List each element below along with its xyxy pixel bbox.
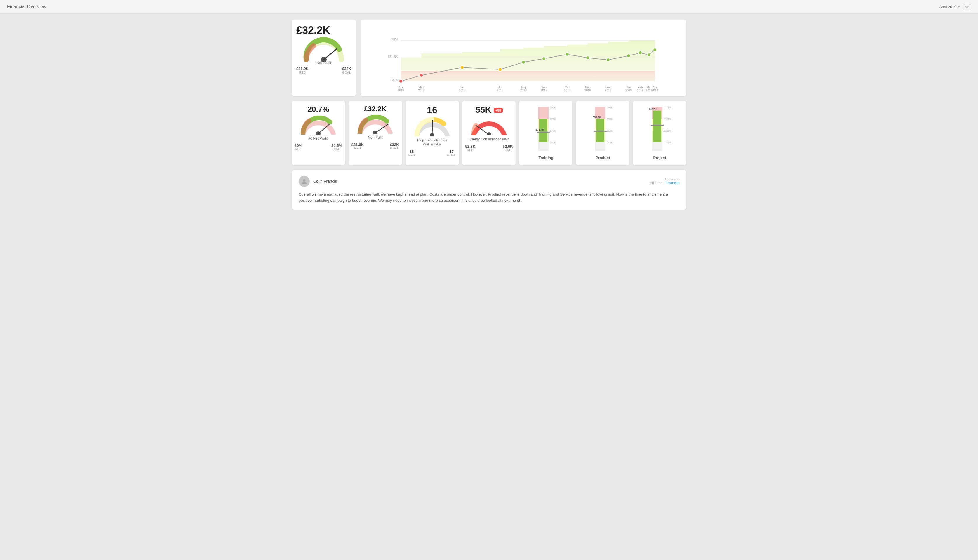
- comment-username: Colin Francis: [313, 179, 337, 183]
- svg-text:2019: 2019: [637, 89, 644, 92]
- date-label: April 2019: [939, 5, 956, 9]
- chevron-down-icon: ▾: [958, 5, 960, 9]
- training-label: Training: [539, 156, 553, 160]
- pct-net-profit-label: % Net Profit: [309, 137, 328, 140]
- svg-line-1: [324, 49, 337, 60]
- svg-rect-61: [538, 107, 548, 119]
- svg-point-20: [638, 51, 642, 55]
- svg-rect-66: [537, 132, 550, 133]
- svg-point-21: [647, 53, 651, 57]
- svg-text:£55.5K: £55.5K: [593, 116, 601, 119]
- category-link[interactable]: Financial: [665, 181, 679, 185]
- projects-value: 16: [427, 105, 437, 116]
- svg-text:£45K: £45K: [606, 141, 613, 144]
- energy-label: Energy Consumption kWh: [468, 137, 509, 141]
- product-card: £60K £55K £50K £45K £55.5K Product: [576, 101, 630, 165]
- product-bullet-svg: £60K £55K £50K £45K £55.5K: [590, 105, 616, 155]
- user-icon: [301, 178, 307, 185]
- training-card: £80K £75K £70K £65K £75.4K T: [519, 101, 573, 165]
- projects-gauge-svg: [415, 117, 450, 137]
- main-content: £32.2K Net Profit: [285, 14, 693, 215]
- code-toggle-button[interactable]: <>: [963, 3, 971, 10]
- product-label: Product: [596, 156, 610, 160]
- goal-label: GOAL: [342, 71, 351, 74]
- np2-gauge-svg: [358, 115, 393, 134]
- energy-footer: 52.8K RED 52.6K GOAL: [465, 144, 513, 152]
- date-selector[interactable]: April 2019 ▾: [939, 5, 960, 9]
- applies-to-label: Applies To: [650, 178, 679, 181]
- red-label: RED: [296, 71, 308, 74]
- pct-footer: 20% RED 20.5% GOAL: [295, 143, 342, 151]
- svg-text:2018: 2018: [585, 89, 591, 92]
- comment-section: Colin Francis Applies To All Time Financ…: [292, 170, 686, 210]
- comment-text: Overall we have managed the restructurin…: [299, 192, 679, 204]
- trend-chart: £32K £31.5K £31K: [365, 24, 682, 92]
- svg-text:2018: 2018: [497, 89, 503, 92]
- energy-card: 55K +88 Energy Consumption kWh 52.8K RED: [462, 101, 516, 165]
- svg-point-18: [606, 58, 610, 62]
- svg-rect-87: [653, 111, 661, 142]
- goal-value-item: £32K GOAL: [342, 67, 351, 74]
- svg-text:£167K: £167K: [649, 108, 657, 111]
- projects-label: Projects greater than£25k in value: [417, 138, 447, 147]
- svg-point-15: [542, 57, 546, 60]
- goal-value: £32K: [342, 67, 351, 71]
- top-row: £32.2K Net Profit: [292, 20, 686, 96]
- svg-rect-77: [594, 130, 606, 132]
- comment-header: Colin Francis Applies To All Time Financ…: [299, 176, 679, 187]
- training-bullet-svg: £80K £75K £70K £65K £75.4K: [533, 105, 559, 155]
- svg-point-22: [653, 48, 656, 52]
- svg-text:£55K: £55K: [606, 118, 613, 121]
- svg-point-13: [498, 68, 502, 71]
- svg-text:2018: 2018: [605, 89, 611, 92]
- red-value: £31.9K: [296, 67, 308, 71]
- np2-gauge: [358, 115, 393, 134]
- svg-text:2018: 2018: [564, 89, 571, 92]
- comment-user: Colin Francis: [299, 176, 337, 187]
- svg-point-19: [627, 54, 630, 58]
- svg-text:2019: 2019: [651, 89, 658, 92]
- projects-card: 16 Projects greater than£25k in value 15…: [405, 101, 459, 165]
- svg-point-12: [460, 66, 464, 69]
- svg-rect-86: [652, 142, 662, 151]
- svg-text:£75.4K: £75.4K: [536, 128, 545, 131]
- svg-point-10: [399, 79, 403, 83]
- svg-text:£31.5K: £31.5K: [388, 55, 398, 58]
- project-bullet-svg: £170K £165K £160K £155K £167K: [646, 105, 673, 155]
- svg-text:£50K: £50K: [606, 129, 613, 132]
- svg-text:£31K: £31K: [390, 78, 398, 82]
- net-profit-footer: £31.9K RED £32K GOAL: [296, 67, 351, 74]
- projects-gauge: [415, 117, 450, 137]
- net-profit-2-value: £32.2K: [364, 105, 387, 113]
- svg-text:£165K: £165K: [663, 118, 671, 121]
- svg-text:2019: 2019: [625, 89, 632, 92]
- trend-chart-card: £32K £31.5K £31K: [360, 20, 686, 96]
- svg-text:£155K: £155K: [663, 141, 671, 144]
- header-controls: April 2019 ▾ <>: [939, 3, 971, 10]
- net-profit-value: £32.2K: [296, 24, 351, 37]
- svg-text:£170K: £170K: [663, 106, 671, 109]
- svg-text:£70K: £70K: [550, 129, 556, 132]
- page-title: Financial Overview: [7, 4, 47, 9]
- pct-gauge-svg: [301, 116, 336, 135]
- pct-net-profit-card: 20.7% % Net Profit 20% RED 20.5%: [292, 101, 345, 165]
- svg-point-16: [565, 53, 569, 56]
- svg-text:2018: 2018: [418, 89, 425, 92]
- energy-badge: +88: [494, 108, 503, 113]
- project-bullet-label: Project: [653, 156, 666, 160]
- np2-footer: £31.9K RED £32K GOAL: [352, 142, 399, 150]
- energy-gauge: [472, 117, 506, 135]
- svg-point-14: [522, 60, 525, 64]
- svg-point-90: [303, 179, 306, 182]
- svg-text:£65K: £65K: [550, 141, 556, 144]
- svg-point-11: [420, 73, 423, 77]
- svg-rect-88: [651, 125, 663, 126]
- svg-text:£75K: £75K: [550, 118, 556, 121]
- energy-gauge-svg: [472, 117, 506, 135]
- net-profit-gauge: [303, 38, 344, 60]
- energy-value: 55K: [475, 105, 491, 115]
- svg-point-17: [586, 56, 590, 60]
- app-header: Financial Overview April 2019 ▾ <>: [0, 0, 978, 14]
- projects-footer: 15 RED 17 GOAL: [408, 150, 456, 157]
- avatar: [299, 176, 310, 187]
